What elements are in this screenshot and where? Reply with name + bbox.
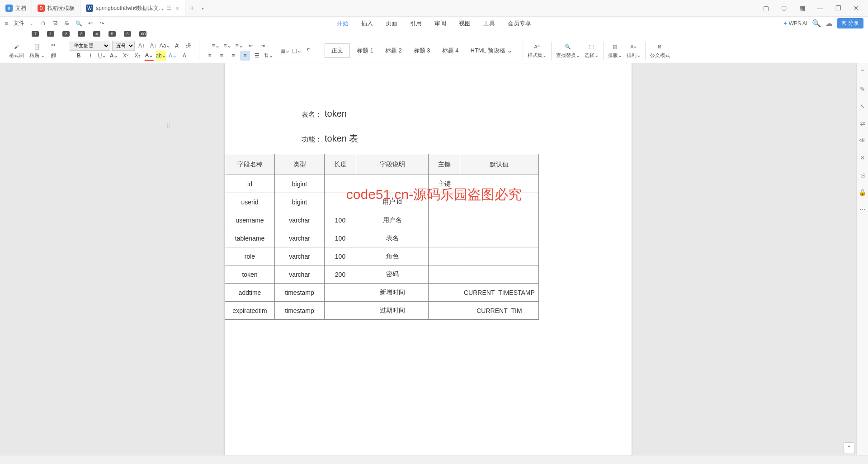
copy-icon[interactable]: 🗐 — [48, 51, 58, 61]
file-menu[interactable]: 文件 — [10, 18, 28, 28]
font-color-button[interactable]: A⌄ — [144, 51, 154, 61]
tab-dropdown[interactable]: ▾ — [199, 6, 207, 11]
style-html-preset[interactable]: HTML 预设格 ⌄ — [465, 44, 517, 57]
style-normal[interactable]: 正文 — [325, 43, 350, 58]
cloud-icon[interactable]: ☁ — [826, 19, 833, 28]
maximize-button[interactable]: ❐ — [832, 2, 844, 14]
document-tab[interactable]: Wspringbooth8wh6数据库文...☰× — [80, 0, 185, 16]
format-brush-button[interactable]: 🖌 格式刷 — [7, 41, 26, 60]
qat-preview-icon[interactable]: 🔍 — [74, 19, 83, 28]
table-row: expiratedtimtimestamp过期时间CURRENT_TIM — [225, 302, 539, 320]
side-eye-icon[interactable]: 👁 — [859, 137, 867, 145]
qat-new-icon[interactable]: 🗋 — [39, 19, 48, 28]
distribute-icon[interactable]: ☰ — [252, 51, 262, 61]
superscript-button[interactable]: X² — [121, 51, 131, 61]
collapse-handle[interactable]: ⌃ — [844, 442, 854, 453]
decrease-indent-icon[interactable]: ⇤ — [246, 41, 256, 51]
line-spacing-icon[interactable]: ⇅⌄ — [264, 51, 274, 61]
paste-icon: 📋 — [33, 42, 42, 51]
style-h3[interactable]: 标题 3 — [409, 44, 435, 57]
side-cursor-icon[interactable]: ↖ — [859, 102, 867, 110]
side-pen-icon[interactable]: ✎ — [859, 85, 867, 93]
number-list-icon[interactable]: ≡⌄ — [222, 41, 232, 51]
sort-button[interactable]: ▤ 排版⌄ — [606, 41, 624, 60]
decrease-font-icon[interactable]: A↓ — [148, 41, 158, 51]
border-icon[interactable]: ▢⌄ — [292, 46, 302, 56]
tab-close-icon[interactable]: × — [175, 5, 179, 12]
side-swap-icon[interactable]: ⇄ — [859, 119, 867, 128]
menu-tab[interactable]: 开始H — [330, 18, 355, 29]
qat-redo-icon[interactable]: ↷ — [98, 19, 107, 28]
minimize-button[interactable]: — — [814, 2, 826, 14]
win-icon-1[interactable]: ▢ — [760, 2, 772, 14]
share-button[interactable]: ⇱ 分享 — [837, 18, 863, 28]
increase-font-icon[interactable]: A↑ — [137, 41, 146, 51]
doc-mode-button[interactable]: 🗎 公文模式 — [648, 41, 672, 60]
align-justify-icon[interactable]: ≡ — [240, 51, 250, 61]
paste-button[interactable]: 📋 粘贴 ⌄ — [28, 41, 47, 60]
italic-button[interactable]: I — [85, 51, 95, 61]
style-h2[interactable]: 标题 2 — [380, 44, 407, 57]
bullet-list-icon[interactable]: ≡⌄ — [211, 41, 221, 51]
document-tab[interactable]: ≡文档 — [0, 0, 32, 16]
new-tab-button[interactable]: + — [185, 4, 199, 13]
hamburger-icon[interactable]: ≡ — [5, 20, 8, 27]
side-more-icon[interactable]: ⋯ — [859, 205, 867, 213]
increase-indent-icon[interactable]: ⇥ — [258, 41, 268, 51]
menubar: ≡ 文件 ⌄ 🗋 🖫 🖶 🔍 ↶ ↷ 开始H插入N页面P引用S审阅R视图W工具L… — [0, 16, 868, 30]
cut-icon[interactable]: ✂ — [48, 40, 58, 50]
menu-tab[interactable]: 会员专享K — [501, 18, 538, 29]
bold-button[interactable]: B — [74, 51, 84, 61]
style-h4[interactable]: 标题 4 — [437, 44, 464, 57]
menu-tab[interactable]: 引用S — [404, 18, 428, 29]
select-button[interactable]: ⬚ 选择⌄ — [583, 41, 600, 60]
font-size-select[interactable]: 五号 — [112, 41, 135, 51]
menu-tab[interactable]: 插入N — [355, 18, 379, 29]
tab-icon: ≡ — [5, 5, 13, 12]
strike-button[interactable]: A̶⌄ — [109, 51, 119, 61]
style-h1[interactable]: 标题 1 — [352, 44, 378, 57]
font-color2-button[interactable]: A⌄ — [168, 51, 178, 61]
underline-button[interactable]: U⌄ — [97, 51, 107, 61]
highlight-button[interactable]: ab⌄ — [156, 51, 166, 61]
subscript-button[interactable]: X₂ — [132, 51, 142, 61]
shading-icon[interactable]: ▦⌄ — [280, 46, 290, 56]
search-icon[interactable]: 🔍 — [812, 19, 821, 28]
find-replace-button[interactable]: 🔍 查找替换⌄ — [554, 41, 582, 60]
table-cell: timestamp — [275, 302, 325, 320]
tab-label: springbooth8wh6数据库文... — [96, 5, 163, 12]
table-cell — [429, 284, 460, 302]
align-left-icon[interactable]: ≡ — [205, 51, 215, 61]
align-center-icon[interactable]: ≡ — [217, 51, 226, 61]
side-tools-icon[interactable]: ✕ — [859, 154, 867, 162]
multilevel-icon[interactable]: ≡⌄ — [234, 41, 244, 51]
menu-tab[interactable]: 页面P — [379, 18, 404, 29]
char-border-button[interactable]: A — [179, 51, 189, 61]
side-lock-icon[interactable]: 🔒 — [859, 188, 867, 196]
menu-tab[interactable]: 视图W — [453, 18, 477, 29]
change-case-icon[interactable]: Aa⌄ — [160, 41, 170, 51]
phonetic-icon[interactable]: 拼 — [184, 41, 193, 51]
side-clip-icon[interactable]: ⎘ — [859, 171, 867, 179]
side-collapse-icon[interactable]: ⌃ — [859, 68, 867, 76]
wps-ai-button[interactable]: ✦WPS AI — [783, 20, 807, 27]
table-cell — [429, 302, 460, 320]
drag-handle-icon[interactable]: ⠿ — [166, 123, 170, 129]
show-marks-icon[interactable]: ¶ — [303, 46, 313, 56]
document-tab[interactable]: D找稻壳模板 — [32, 0, 80, 16]
win-icon-2[interactable]: ⬡ — [778, 2, 790, 14]
qat-print-icon[interactable]: 🖶 — [62, 19, 71, 28]
arrange-button[interactable]: A≡ 排列⌄ — [625, 41, 642, 60]
style-set-button[interactable]: Aᴬ 样式集⌄ — [526, 41, 548, 60]
font-name-select[interactable]: 华文细黑 — [70, 41, 110, 51]
win-icon-3[interactable]: ▦ — [796, 2, 808, 14]
align-right-icon[interactable]: ≡ — [228, 51, 238, 61]
document-area[interactable]: 表名：token 功能：token 表 字段名称类型长度字段说明主键默认值 id… — [0, 63, 856, 455]
tab-menu-icon[interactable]: ☰ — [167, 5, 172, 11]
menu-tab[interactable]: 审阅R — [428, 18, 453, 29]
qat-save-icon[interactable]: 🖫 — [51, 19, 60, 28]
clear-format-icon[interactable]: A̷ — [172, 41, 182, 51]
qat-undo-icon[interactable]: ↶ — [86, 19, 95, 28]
close-button[interactable]: ✕ — [850, 2, 863, 14]
menu-tab[interactable]: 工具L — [477, 18, 501, 29]
